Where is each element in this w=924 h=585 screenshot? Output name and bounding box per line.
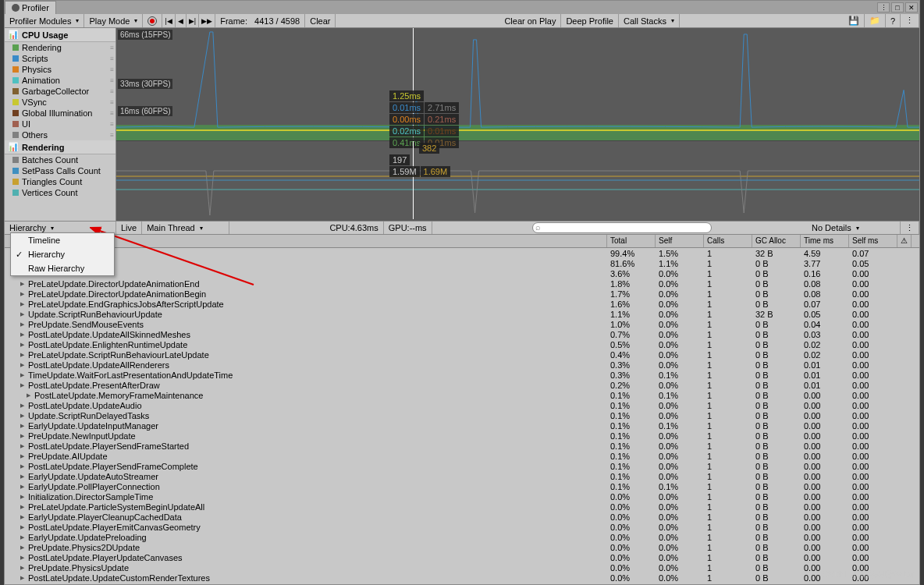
drag-handle-icon[interactable]: ≡ (110, 44, 112, 51)
cpu-usage-header[interactable]: 📊 CPU Usage (5, 28, 116, 42)
col-warning-icon[interactable]: ⚠ (897, 235, 912, 247)
cpu-graph[interactable]: 66ms (15FPS) 33ms (30FPS) 16ms (60FPS) 1… (116, 28, 919, 141)
prev-frame-button[interactable]: ◀ (176, 14, 187, 27)
table-row[interactable]: ▶EarlyUpdate.UpdateInputManager0.1%0.1%1… (5, 420, 919, 431)
expand-icon[interactable]: ▶ (20, 443, 27, 449)
module-item[interactable]: Rendering≡ (5, 42, 116, 53)
expand-icon[interactable]: ▶ (20, 494, 27, 500)
table-row[interactable]: ▶PostLateUpdate.EnlightenRuntimeUpdate0.… (5, 339, 919, 349)
expand-icon[interactable]: ▶ (20, 423, 27, 429)
table-row[interactable]: ▶PostLateUpdate.PlayerUpdateCanvases0.0%… (5, 552, 919, 562)
expand-icon[interactable]: ▶ (20, 291, 27, 297)
expand-icon[interactable]: ▶ (20, 352, 27, 358)
expand-icon[interactable]: ▶ (20, 372, 27, 378)
table-row[interactable]: ▶Update.ScriptRunDelayedTasks0.1%0.0%10 … (5, 410, 919, 420)
col-calls[interactable]: Calls (704, 235, 752, 247)
play-mode-dropdown[interactable]: Play Mode (84, 14, 143, 27)
menu-item[interactable]: Timeline (11, 233, 114, 247)
table-row[interactable]: ▶PostLateUpdate.PlayerSendFrameComplete0… (5, 461, 919, 471)
module-item[interactable]: Physics≡ (5, 64, 116, 75)
drag-handle-icon[interactable]: ≡ (110, 110, 112, 117)
call-stacks-dropdown[interactable]: Call Stacks (619, 14, 680, 27)
drag-handle-icon[interactable]: ≡ (110, 121, 112, 128)
table-row[interactable]: ▶PreLateUpdate.ScriptRunBehaviourLateUpd… (5, 349, 919, 360)
table-row[interactable]: ▶PostLateUpdate.UpdateCustomRenderTextur… (5, 573, 919, 583)
table-row[interactable]: ▶PreUpdate.PhysicsUpdate0.0%0.0%10 B0.00… (5, 562, 919, 573)
table-row[interactable]: ▶PostLateUpdate.PlayerSendFrameStarted0.… (5, 441, 919, 451)
module-item[interactable]: Vertices Count (5, 187, 116, 198)
drag-handle-icon[interactable]: ≡ (110, 99, 112, 106)
table-row[interactable]: ▶...dFrame81.6%1.1%10 B3.770.05 (5, 258, 919, 268)
rendering-header[interactable]: 📊 Rendering (5, 140, 116, 154)
expand-icon[interactable]: ▶ (20, 544, 27, 551)
expand-icon[interactable]: ▶ (20, 332, 27, 338)
expand-icon[interactable]: ▶ (20, 555, 27, 561)
expand-icon[interactable]: ▶ (20, 534, 27, 541)
col-total[interactable]: Total (607, 235, 656, 247)
expand-icon[interactable]: ▶ (20, 524, 27, 530)
expand-icon[interactable]: ▶ (20, 565, 27, 571)
expand-icon[interactable]: ▶ (20, 433, 27, 439)
table-row[interactable]: ▶EarlyUpdate.UpdateAutoStreamer0.1%0.0%1… (5, 471, 919, 481)
thread-dropdown[interactable]: Main Thread (142, 222, 229, 234)
menu-item[interactable]: Raw Hierarchy (11, 261, 114, 275)
module-item[interactable]: Batches Count (5, 154, 116, 165)
module-item[interactable]: Triangles Count (5, 176, 116, 187)
menu-icon[interactable]: ⋮ (901, 222, 919, 234)
expand-icon[interactable]: ▶ (27, 392, 33, 399)
table-row[interactable]: ▶PostLateUpdate.MemoryFrameMaintenance0.… (5, 390, 919, 400)
live-toggle[interactable]: Live (116, 222, 142, 234)
table-row[interactable]: ▶PreUpdate.SendMouseEvents1.0%0.0%10 B0.… (5, 319, 919, 329)
module-item[interactable]: VSync≡ (5, 97, 116, 108)
table-row[interactable]: ▶Initialization.DirectorSampleTime0.0%0.… (5, 491, 919, 502)
table-row[interactable]: ▶PostLateUpdate.PlayerEmitCanvasGeometry… (5, 522, 919, 532)
rendering-graph[interactable]: 3821971.59M1.69M (116, 141, 919, 219)
col-self[interactable]: Self (656, 235, 704, 247)
col-gc[interactable]: GC Alloc (752, 235, 801, 247)
expand-icon[interactable]: ▶ (20, 575, 27, 581)
expand-icon[interactable]: ▶ (20, 321, 27, 328)
maximize-icon[interactable]: □ (891, 2, 904, 12)
expand-icon[interactable]: ▶ (20, 463, 27, 470)
expand-icon[interactable]: ▶ (20, 514, 27, 520)
module-item[interactable]: GarbageCollector≡ (5, 86, 116, 97)
module-item[interactable]: Animation≡ (5, 75, 116, 86)
table-row[interactable]: ▶PreUpdate.AIUpdate0.1%0.0%10 B0.000.00 (5, 451, 919, 461)
help-icon[interactable]: ? (886, 14, 901, 27)
clear-button[interactable]: Clear (305, 14, 336, 27)
expand-icon[interactable]: ▶ (20, 402, 27, 409)
next-frame-button[interactable]: ▶| (187, 14, 199, 27)
col-time[interactable]: Time ms (801, 235, 849, 247)
table-row[interactable]: ▶PreUpdate.WindUpdate0.0%0.0%10 B0.000.0… (5, 583, 919, 583)
table-row[interactable]: ▶EarlyUpdate.PlayerCleanupCachedData0.0%… (5, 512, 919, 522)
drag-handle-icon[interactable]: ≡ (110, 88, 112, 95)
clear-on-play-button[interactable]: Clear on Play (499, 14, 561, 27)
table-body[interactable]: ▶...meRendering99.4%1.5%132 B4.590.07▶..… (5, 248, 919, 583)
profiler-modules-dropdown[interactable]: Profiler Modules (5, 14, 84, 27)
menu-icon[interactable]: ⋮ (901, 14, 919, 27)
save-icon[interactable]: 💾 (844, 14, 865, 27)
expand-icon[interactable]: ▶ (20, 362, 27, 368)
expand-icon[interactable]: ▶ (20, 473, 27, 480)
module-item[interactable]: SetPass Calls Count (5, 165, 116, 176)
table-row[interactable]: ▶PreLateUpdate.ParticleSystemBeginUpdate… (5, 502, 919, 512)
table-row[interactable]: ▶EarlyUpdate.PollPlayerConnection0.1%0.1… (5, 481, 919, 491)
expand-icon[interactable]: ▶ (20, 484, 27, 490)
search-input[interactable] (532, 222, 712, 233)
table-row[interactable]: ▶PostLateUpdate.UpdateAudio0.1%0.0%10 B0… (5, 400, 919, 410)
load-icon[interactable]: 📁 (865, 14, 886, 27)
table-row[interactable]: ▶EarlyUpdate.UpdatePreloading0.0%0.0%10 … (5, 532, 919, 542)
drag-handle-icon[interactable]: ≡ (110, 132, 112, 139)
expand-icon[interactable]: ▶ (20, 504, 27, 510)
module-item[interactable]: Others≡ (5, 129, 116, 140)
table-row[interactable]: ▶PreLateUpdate.EndGraphicsJobsAfterScrip… (5, 299, 919, 309)
details-dropdown[interactable]: No Details (807, 222, 901, 234)
expand-icon[interactable]: ▶ (20, 281, 27, 287)
menu-item[interactable]: Hierarchy (11, 247, 114, 261)
menu-icon[interactable]: ⋮ (877, 2, 890, 12)
record-button[interactable] (143, 14, 162, 27)
expand-icon[interactable]: ▶ (20, 311, 27, 317)
graph-area[interactable]: 66ms (15FPS) 33ms (30FPS) 16ms (60FPS) 1… (116, 28, 919, 221)
table-row[interactable]: ▶PreUpdate.Physics2DUpdate0.0%0.0%10 B0.… (5, 542, 919, 552)
table-row[interactable]: ▶...meRendering99.4%1.5%132 B4.590.07 (5, 248, 919, 258)
